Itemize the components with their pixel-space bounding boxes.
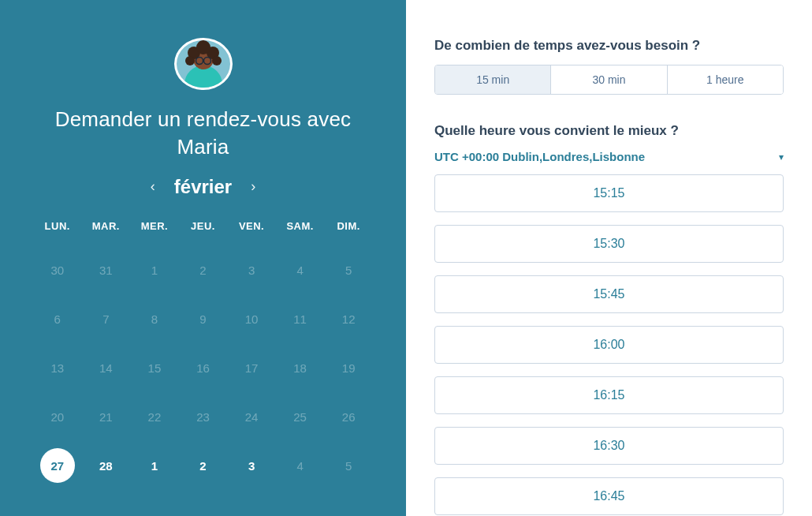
calendar-day: 26 <box>331 399 366 434</box>
calendar-day[interactable]: 27 <box>40 448 75 483</box>
weekday-header: MER. <box>130 220 179 232</box>
weekday-header: JEU. <box>179 220 228 232</box>
calendar-day: 22 <box>137 399 172 434</box>
timezone-selector[interactable]: UTC +00:00 Dublin,Londres,Lisbonne ▾ <box>434 150 784 163</box>
calendar-day: 12 <box>331 301 366 336</box>
calendar-week: 272812345 <box>33 448 373 483</box>
next-month-button[interactable]: › <box>246 175 260 198</box>
calendar-day: 3 <box>234 252 269 287</box>
calendar-day: 23 <box>185 399 220 434</box>
calendar-day: 20 <box>40 399 75 434</box>
duration-option[interactable]: 15 min <box>435 65 550 94</box>
duration-option[interactable]: 1 heure <box>667 65 783 94</box>
calendar-day: 5 <box>331 448 366 483</box>
time-slot[interactable]: 16:00 <box>434 326 784 364</box>
time-panel: De combien de temps avez-vous besoin ? 1… <box>406 0 812 516</box>
calendar-day: 8 <box>137 301 172 336</box>
time-question: Quelle heure vous convient le mieux ? <box>434 123 784 139</box>
month-navigator: ‹ février › <box>146 175 260 198</box>
calendar-grid: LUN.MAR.MER.JEU.VEN.SAM.DIM. 30311234567… <box>19 220 387 497</box>
calendar-day: 14 <box>88 350 123 385</box>
calendar-week: 20212223242526 <box>33 399 373 434</box>
svg-point-5 <box>185 56 195 65</box>
calendar-day: 15 <box>137 350 172 385</box>
time-slot[interactable]: 16:30 <box>434 427 784 465</box>
meeting-scheduler: Demander un rendez-vous avec Maria ‹ fév… <box>0 0 812 516</box>
weekday-header: DIM. <box>324 220 373 232</box>
calendar-day: 21 <box>88 399 123 434</box>
month-label: février <box>174 176 232 198</box>
calendar-day: 17 <box>234 350 269 385</box>
calendar-week: 13141516171819 <box>33 350 373 385</box>
calendar-day: 18 <box>283 350 318 385</box>
calendar-week: 303112345 <box>33 252 373 287</box>
time-slot[interactable]: 15:45 <box>434 275 784 313</box>
calendar-day: 19 <box>331 350 366 385</box>
time-slot[interactable]: 16:45 <box>434 477 784 515</box>
calendar-day[interactable]: 28 <box>88 448 123 483</box>
duration-option[interactable]: 30 min <box>550 65 666 94</box>
calendar-day: 10 <box>234 301 269 336</box>
time-slot[interactable]: 16:15 <box>434 376 784 414</box>
weekday-header: VEN. <box>227 220 276 232</box>
prev-month-button[interactable]: ‹ <box>146 175 160 198</box>
calendar-day: 16 <box>185 350 220 385</box>
avatar <box>174 38 233 90</box>
time-slot[interactable]: 15:30 <box>434 225 784 263</box>
calendar-week: 6789101112 <box>33 301 373 336</box>
calendar-day: 4 <box>283 252 318 287</box>
weekday-header: LUN. <box>33 220 82 232</box>
calendar-day: 6 <box>40 301 75 336</box>
weekday-header: MAR. <box>82 220 131 232</box>
calendar-day: 7 <box>88 301 123 336</box>
timezone-label: UTC +00:00 Dublin,Londres,Lisbonne <box>434 150 645 163</box>
calendar-day: 11 <box>283 301 318 336</box>
svg-point-6 <box>212 56 222 65</box>
duration-segmented-control: 15 min30 min1 heure <box>434 65 784 95</box>
svg-point-4 <box>196 40 210 54</box>
calendar-day[interactable]: 2 <box>185 448 220 483</box>
duration-question: De combien de temps avez-vous besoin ? <box>434 38 784 54</box>
calendar-day: 1 <box>137 252 172 287</box>
calendar-day: 13 <box>40 350 75 385</box>
time-slot-list: 15:1515:3015:4516:0016:1516:3016:45 <box>434 174 784 515</box>
time-slot[interactable]: 15:15 <box>434 174 784 212</box>
calendar-day[interactable]: 3 <box>234 448 269 483</box>
calendar-day: 24 <box>234 399 269 434</box>
page-title: Demander un rendez-vous avec Maria <box>35 106 371 161</box>
calendar-day: 31 <box>88 252 123 287</box>
avatar-icon <box>178 39 229 89</box>
calendar-day: 5 <box>331 252 366 287</box>
calendar-day: 4 <box>283 448 318 483</box>
weekday-header: SAM. <box>276 220 325 232</box>
calendar-day: 9 <box>185 301 220 336</box>
chevron-down-icon: ▾ <box>779 151 784 163</box>
calendar-day[interactable]: 1 <box>137 448 172 483</box>
calendar-day: 30 <box>40 252 75 287</box>
calendar-day: 25 <box>283 399 318 434</box>
calendar-panel: Demander un rendez-vous avec Maria ‹ fév… <box>0 0 406 516</box>
calendar-day: 2 <box>185 252 220 287</box>
